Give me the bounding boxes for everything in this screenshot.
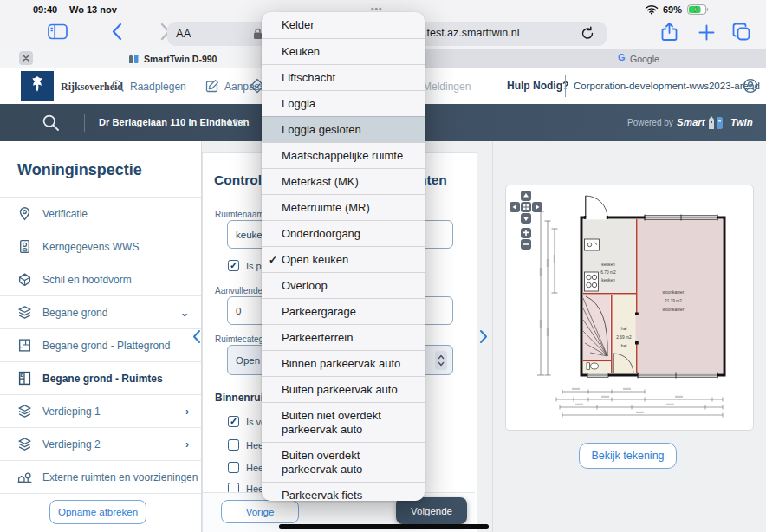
pencil-icon — [205, 79, 219, 93]
new-tab-icon[interactable] — [698, 24, 715, 41]
view-drawing-button[interactable]: Bekijk tekening — [579, 443, 677, 469]
header-lijst-link[interactable]: Lijst — [228, 117, 245, 127]
account-name[interactable]: Corporation-development-wws2023-arend — [574, 81, 760, 91]
nav-meldingen[interactable]: Meldingen — [423, 81, 471, 93]
person-circle-icon[interactable] — [743, 78, 758, 94]
menu-item[interactable]: ✓Parkeervak fiets — [262, 482, 425, 501]
smarttwin-logo-icon — [708, 114, 729, 129]
tabs-overview-icon[interactable] — [732, 23, 751, 42]
menu-item-label: Buiten niet overdekt parkeervak auto — [282, 409, 381, 436]
checkmark-icon: ✓ — [269, 253, 277, 267]
menu-item[interactable]: ✓Liftschacht — [262, 64, 425, 90]
room-label: keuken — [601, 278, 615, 282]
powered-by-label: Powered by — [627, 118, 673, 127]
sidebar-item-label: Begane grond — [42, 307, 107, 319]
clock: 09:40 — [33, 4, 57, 15]
menu-item[interactable]: ✓Maatschappelijke ruimte — [262, 142, 425, 168]
back-button-icon[interactable] — [111, 23, 122, 41]
floor-plan-card: keuken 6.70 m2 keuken woonkamer 21.19 m2… — [505, 185, 754, 431]
layers-icon — [17, 437, 32, 451]
checkbox-checked-icon[interactable]: ✓ — [228, 416, 239, 427]
menu-item[interactable]: ✓Parkeerterrein — [262, 324, 425, 350]
select-stepper-icon[interactable] — [435, 351, 447, 370]
sidebar-item-label: Schil en hoofdvorm — [42, 274, 132, 286]
layers-icon — [17, 404, 32, 418]
url-text[interactable]: .test.az.smarttwin.nl — [424, 27, 519, 39]
menu-item[interactable]: ✓Kelder — [262, 12, 425, 38]
sidebar-item-plattegrond[interactable]: Begane grond - Plattegrond — [0, 329, 201, 362]
previous-button[interactable]: Vorige — [221, 500, 299, 523]
menu-item[interactable]: ✓Keuken — [262, 38, 425, 64]
sidebar-item-externe-ruimten[interactable]: Externe ruimten en voorzieningen — [0, 461, 201, 494]
id-card-icon — [17, 239, 32, 254]
sidebar-item-verdieping-2[interactable]: Verdieping 2 › — [0, 428, 201, 461]
sidebar-item-verdieping-1[interactable]: Verdieping 1 › — [0, 395, 201, 428]
menu-item[interactable]: ✓Buiten overdekt parkeervak auto — [262, 442, 425, 482]
google-favicon: G — [618, 52, 626, 62]
house-tree-icon — [17, 470, 32, 484]
brand-twin: Twin — [730, 117, 753, 127]
entrance-door-arc — [586, 196, 607, 217]
floor-plan-svg[interactable]: keuken 6.70 m2 keuken woonkamer 21.19 m2… — [506, 185, 753, 430]
sidebar-item-kerngegevens[interactable]: Kerngegevens WWS — [0, 230, 201, 263]
menu-item[interactable]: ✓Overloop — [262, 272, 425, 298]
sidebar-toggle-icon[interactable] — [48, 23, 68, 40]
menu-item-label: Parkeervak fiets — [282, 489, 362, 501]
expand-panel-icon[interactable] — [479, 329, 489, 344]
header-search-icon[interactable] — [42, 114, 60, 132]
toilet — [587, 363, 598, 370]
nav-raadplegen[interactable]: Raadplegen — [130, 81, 186, 93]
layers-icon — [17, 305, 32, 320]
menu-item-label: Parkeergarage — [282, 305, 356, 318]
menu-item-label: Buiten overdekt parkeervak auto — [282, 449, 362, 476]
menu-item[interactable]: ✓Loggia — [262, 90, 425, 116]
menu-item-label: Keuken — [282, 45, 320, 58]
menu-item-label: Parkeerterrein — [282, 331, 353, 344]
menu-item[interactable]: ✓Buiten niet overdekt parkeervak auto — [262, 402, 425, 442]
menu-item-label: Open keuken — [282, 253, 348, 266]
pan-control — [510, 191, 542, 250]
next-button[interactable]: Volgende — [396, 497, 467, 524]
reader-button[interactable]: AA — [176, 27, 191, 40]
menu-item[interactable]: ✓Buiten parkeervak auto — [262, 376, 425, 402]
menu-item-label: Buiten parkeervak auto — [282, 383, 398, 396]
menu-item-label: Liftschacht — [282, 71, 335, 84]
room-area: 2.69 m2 — [616, 335, 632, 340]
menu-item-label: Maatschappelijke ruimte — [282, 149, 403, 162]
tab-title[interactable]: SmartTwin D-990 — [144, 54, 217, 64]
home-indicator[interactable] — [279, 524, 489, 529]
room-label: woonkamer — [663, 290, 685, 295]
close-tab-icon[interactable] — [19, 51, 33, 65]
share-icon[interactable] — [661, 22, 678, 42]
checkbox-icon[interactable] — [228, 462, 239, 473]
menu-item[interactable]: ✓Meterruimte (MR) — [262, 194, 425, 220]
menu-item[interactable]: ✓Onderdoorgang — [262, 220, 425, 246]
sidebar-item-label: Begane grond - Ruimtes — [42, 373, 163, 385]
menu-item-selected[interactable]: ✓Open keuken — [262, 246, 425, 272]
room-hal — [613, 295, 636, 373]
dimension-lines-left — [537, 211, 558, 375]
collapse-sidebar-icon[interactable] — [192, 329, 201, 344]
checkbox-checked-icon[interactable]: ✓ — [228, 260, 239, 271]
abort-inspection-button[interactable]: Opname afbreken — [49, 500, 146, 524]
sidebar-item-begane-grond[interactable]: Begane grond ⌄ — [0, 296, 201, 329]
menu-item-label: Meterruimte (MR) — [282, 201, 370, 214]
menu-item[interactable]: ✓Meterkast (MK) — [262, 168, 425, 194]
sidebar-item-verificatie[interactable]: Verificatie — [0, 197, 201, 230]
reload-icon[interactable] — [581, 26, 594, 41]
sidebar-item-label: Verdieping 1 — [42, 405, 101, 418]
tab-google[interactable]: Google — [630, 54, 659, 64]
menu-item[interactable]: ✓Binnen parkeervak auto — [262, 350, 425, 376]
nav-hulp-nodig[interactable]: Hulp Nodig? — [507, 80, 568, 92]
sidebar-item-schil[interactable]: Schil en hoofdvorm — [0, 263, 201, 296]
sidebar-item-ruimtes[interactable]: Begane grond - Ruimtes — [0, 362, 201, 395]
sidebar-item-label: Verdieping 2 — [42, 438, 101, 451]
battery-percent: 69% — [663, 4, 682, 15]
menu-item-label: Onderdoorgang — [282, 227, 360, 240]
nav-divider — [565, 75, 566, 97]
sidebar-title: Woninginspectie — [17, 161, 201, 179]
menu-item[interactable]: ✓Parkeergarage — [262, 298, 425, 324]
menu-item-label: Meterkast (MK) — [282, 175, 359, 188]
checkbox-icon[interactable] — [228, 439, 239, 451]
menu-item-highlighted[interactable]: ✓Loggia gesloten — [262, 116, 425, 142]
